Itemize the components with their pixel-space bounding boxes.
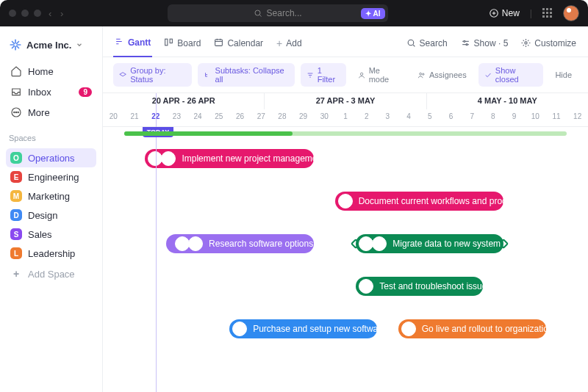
- show-closed-chip[interactable]: Show closed: [478, 63, 544, 87]
- main-panel: GanttBoardCalendar +Add Search Show · 5 …: [103, 26, 588, 392]
- assignee-avatar[interactable]: [401, 322, 416, 336]
- assignee-avatar[interactable]: [338, 194, 353, 208]
- new-button[interactable]: New: [489, 8, 520, 18]
- task-bar[interactable]: Migrate data to new system: [356, 234, 503, 253]
- svg-point-32: [525, 42, 527, 44]
- search-placeholder: Search...: [267, 8, 302, 18]
- svg-rect-20: [165, 39, 168, 46]
- svg-line-27: [413, 45, 415, 46]
- filter-chip[interactable]: 1 Filter: [301, 63, 346, 87]
- me-mode-chip[interactable]: Me mode: [352, 63, 406, 87]
- assignee-avatar[interactable]: [359, 236, 373, 251]
- progress-fill: [124, 131, 293, 136]
- sidebar-space-design[interactable]: DDesign: [6, 206, 96, 225]
- svg-point-39: [423, 73, 424, 74]
- space-label: Operations: [28, 153, 75, 164]
- sliders-icon: [461, 38, 470, 48]
- assignee-avatar[interactable]: [175, 236, 190, 251]
- check-icon: [484, 71, 492, 79]
- global-search[interactable]: Search... ✦ AI: [168, 4, 388, 22]
- task-bar[interactable]: Purchase and setup new software: [229, 319, 377, 338]
- add-space[interactable]: + Add Space: [6, 264, 96, 283]
- window-controls[interactable]: [9, 10, 41, 17]
- space-color-icon: M: [10, 190, 22, 202]
- task-label: Migrate data to new system: [392, 239, 501, 249]
- task-bar[interactable]: Test and troubleshoot issues: [356, 277, 482, 296]
- svg-point-15: [15, 112, 16, 112]
- space-label: Leadership: [28, 248, 75, 259]
- sidebar-space-marketing[interactable]: MMarketing: [6, 186, 96, 206]
- inbox-icon: [10, 86, 22, 98]
- svg-line-10: [17, 46, 19, 48]
- today-line: [156, 93, 157, 392]
- history-nav[interactable]: ‹ ›: [49, 8, 66, 19]
- svg-point-30: [463, 40, 465, 42]
- group-by-chip[interactable]: Group by: Status: [113, 63, 192, 87]
- apps-grid-icon[interactable]: [542, 8, 553, 18]
- nav-inbox[interactable]: Inbox 9: [6, 82, 96, 101]
- assignee-avatar[interactable]: [372, 236, 387, 251]
- add-view[interactable]: +Add: [275, 33, 304, 57]
- assignee-avatar[interactable]: [232, 322, 247, 336]
- svg-point-0: [255, 10, 260, 15]
- window-titlebar: ‹ › Search... ✦ AI New |: [0, 0, 588, 26]
- more-icon: [10, 106, 22, 118]
- plus-circle-icon: [489, 8, 499, 18]
- sidebar-space-engineering[interactable]: EEngineering: [6, 167, 96, 186]
- sidebar-space-leadership[interactable]: LLeadership: [6, 244, 96, 263]
- svg-rect-22: [215, 39, 223, 46]
- sidebar: Acme Inc. Home Inbox 9 More Spaces OOper…: [0, 26, 103, 392]
- svg-point-14: [14, 112, 15, 112]
- space-label: Marketing: [28, 191, 70, 202]
- space-color-icon: D: [10, 209, 22, 221]
- svg-point-26: [408, 40, 414, 46]
- gear-icon: [521, 38, 531, 48]
- search-icon: [254, 9, 262, 18]
- inbox-badge: 9: [79, 87, 92, 97]
- view-show[interactable]: Show · 5: [459, 34, 510, 56]
- hide-filters[interactable]: Hide: [549, 68, 578, 82]
- filter-bar: Group by: Status Subtasks: Collapse all …: [103, 57, 588, 93]
- ai-badge[interactable]: ✦ AI: [361, 8, 385, 19]
- task-bar[interactable]: Document current workflows and processes: [335, 192, 504, 211]
- workspace-switcher[interactable]: Acme Inc.: [6, 34, 96, 60]
- tab-gantt[interactable]: Gantt: [113, 32, 152, 57]
- gantt-area[interactable]: 20 APR - 26 APR27 APR - 3 MAY4 MAY - 10 …: [103, 93, 588, 392]
- nav-more[interactable]: More: [6, 103, 96, 122]
- svg-point-37: [360, 73, 362, 75]
- assignee-avatar[interactable]: [188, 236, 203, 251]
- space-color-icon: S: [10, 228, 22, 240]
- view-tabs: GanttBoardCalendar +Add Search Show · 5 …: [103, 26, 588, 57]
- user-avatar[interactable]: [563, 5, 579, 21]
- assignee-avatar[interactable]: [359, 279, 373, 294]
- assignees-chip[interactable]: Assignees: [412, 68, 473, 82]
- svg-line-12: [12, 42, 15, 44]
- calendar-icon: [214, 37, 223, 49]
- assignee-avatar[interactable]: [161, 151, 176, 166]
- task-label: Purchase and setup new software: [253, 324, 386, 334]
- svg-point-16: [18, 112, 18, 112]
- user-icon: [358, 71, 365, 79]
- task-bar[interactable]: Go live and rollout to organization: [398, 319, 546, 338]
- svg-point-38: [420, 73, 422, 75]
- nav-home[interactable]: Home: [6, 62, 96, 81]
- view-customize[interactable]: Customize: [520, 34, 578, 56]
- svg-line-11: [12, 46, 15, 48]
- search-icon: [406, 38, 416, 48]
- view-search[interactable]: Search: [405, 34, 449, 56]
- svg-point-31: [466, 44, 467, 46]
- sidebar-space-operations[interactable]: OOperations: [6, 148, 96, 167]
- task-label: Test and troubleshoot issues: [379, 281, 491, 291]
- tab-board[interactable]: Board: [162, 32, 202, 57]
- sidebar-space-sales[interactable]: SSales: [6, 225, 96, 244]
- subtask-icon: [204, 71, 211, 79]
- gantt-icon: [115, 37, 124, 48]
- subtasks-chip[interactable]: Subtasks: Collapse all: [198, 63, 294, 87]
- tab-calendar[interactable]: Calendar: [212, 32, 265, 57]
- filter-icon: [306, 71, 314, 79]
- task-bar[interactable]: Research software options: [166, 234, 314, 253]
- space-color-icon: L: [10, 247, 22, 259]
- space-label: Sales: [28, 229, 52, 240]
- space-label: Engineering: [28, 172, 79, 183]
- task-bar[interactable]: Implement new project management system: [145, 149, 314, 168]
